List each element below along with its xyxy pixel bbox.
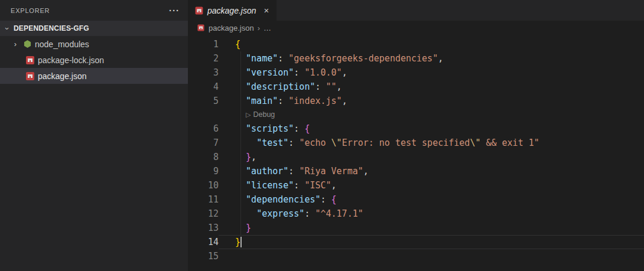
token: : xyxy=(288,166,299,177)
code-text: "version": "1.0.0", xyxy=(219,66,644,80)
code-line[interactable]: 12 "express": "^4.17.1" xyxy=(188,207,644,221)
token: : xyxy=(294,180,304,191)
code-text: { xyxy=(219,37,644,51)
codelens-label[interactable]: Debug xyxy=(253,110,275,119)
code-line[interactable]: 2 "name": "geeksforgeeks-dependencies", xyxy=(188,51,644,66)
line-number: 2 xyxy=(188,51,219,66)
code-line[interactable]: 10 "license": "ISC", xyxy=(188,178,644,192)
token: \" xyxy=(470,138,480,148)
code-text xyxy=(219,249,644,263)
line-number: 10 xyxy=(188,178,219,192)
code-line[interactable]: 8 }, xyxy=(188,150,644,164)
line-number: 11 xyxy=(188,192,219,207)
line-number: 5 xyxy=(188,94,219,108)
code-line[interactable]: 6 "scripts": { xyxy=(188,122,644,136)
token: : xyxy=(315,81,326,92)
explorer-sidebar: EXPLORER ··· › DEPENDENCIES-GFG › node_m… xyxy=(0,0,188,271)
line-number: 15 xyxy=(188,249,219,263)
tree-item-label: package-lock.json xyxy=(38,55,104,65)
close-icon[interactable]: × xyxy=(264,6,269,15)
token: , xyxy=(438,53,443,64)
token: "1.0.0" xyxy=(304,67,341,78)
code-line[interactable]: 1{ xyxy=(188,37,644,51)
tree-item-package-json[interactable]: package.json xyxy=(0,68,188,84)
code-line[interactable]: 14} xyxy=(188,235,644,249)
code-text: } xyxy=(219,235,644,249)
chevron-right-icon: › xyxy=(258,24,260,32)
code-line[interactable]: 15 xyxy=(188,249,644,263)
token: "^4.17.1" xyxy=(315,208,363,219)
token: "dependencies" xyxy=(246,194,320,205)
codelens-row[interactable]: ▷Debug xyxy=(188,108,644,122)
code-text: } xyxy=(219,221,644,235)
breadcrumb-item-tail[interactable]: … xyxy=(264,24,271,32)
npm-icon xyxy=(197,24,204,31)
token: "express" xyxy=(256,208,304,219)
token: \" xyxy=(331,138,342,148)
code-lines: 1{2 "name": "geeksforgeeks-dependencies"… xyxy=(188,37,644,263)
token: "license" xyxy=(246,180,294,191)
tab-bar: package.json × xyxy=(188,0,644,21)
token: , xyxy=(251,152,256,162)
code-text: "name": "geeksforgeeks-dependencies", xyxy=(219,51,644,66)
npm-icon xyxy=(196,6,203,14)
token: { xyxy=(331,194,337,205)
line-number: 12 xyxy=(188,207,219,221)
code-line[interactable]: 11 "dependencies": { xyxy=(188,192,644,207)
token: "description" xyxy=(246,81,315,92)
token: { xyxy=(304,123,310,134)
code-line[interactable]: 7 "test": "echo \"Error: no test specifi… xyxy=(188,136,644,150)
tree-item-node-modules[interactable]: › node_modules xyxy=(0,36,188,52)
token: : xyxy=(321,194,331,205)
token: : xyxy=(294,123,304,134)
token xyxy=(235,138,256,148)
token: : xyxy=(288,138,299,148)
line-number: 9 xyxy=(188,164,219,178)
code-editor[interactable]: 1{2 "name": "geeksforgeeks-dependencies"… xyxy=(188,35,644,263)
token: && exit 1" xyxy=(480,138,539,148)
tree-item-package-lock-json[interactable]: package-lock.json xyxy=(0,52,188,68)
tree-item-label: node_modules xyxy=(35,40,89,49)
code-text: "author": "Riya Verma", xyxy=(219,164,644,178)
token: "ISC" xyxy=(304,180,331,191)
code-line[interactable]: 4 "description": "", xyxy=(188,80,644,94)
token: , xyxy=(337,81,342,92)
token: { xyxy=(235,39,240,50)
token: "echo xyxy=(299,138,331,148)
line-number: 8 xyxy=(188,150,219,164)
token: "scripts" xyxy=(246,123,294,134)
token: , xyxy=(342,96,347,106)
breadcrumb-item-file[interactable]: package.json xyxy=(209,24,254,32)
token: "version" xyxy=(246,67,294,78)
token: } xyxy=(246,223,251,233)
npm-icon xyxy=(26,72,34,80)
token: "test" xyxy=(256,138,288,148)
more-actions-icon[interactable]: ··· xyxy=(169,5,180,15)
token: , xyxy=(342,67,347,78)
code-text: "test": "echo \"Error: no test specified… xyxy=(219,136,644,150)
tab-package-json[interactable]: package.json × xyxy=(188,0,277,21)
code-line[interactable]: 13 } xyxy=(188,221,644,235)
section-header-dependencies-gfg[interactable]: › DEPENDENCIES-GFG xyxy=(0,21,188,36)
token: "index.js" xyxy=(288,96,341,106)
line-number: 1 xyxy=(188,37,219,51)
code-text: "main": "index.js", xyxy=(219,94,644,108)
code-line[interactable]: 3 "version": "1.0.0", xyxy=(188,66,644,80)
editor-area: package.json × package.json › … 1{2 "nam… xyxy=(188,0,644,271)
line-number: 3 xyxy=(188,66,219,80)
chevron-right-icon: › xyxy=(11,40,20,48)
explorer-title: EXPLORER xyxy=(11,7,50,14)
token: , xyxy=(331,180,337,191)
token: Error: no test specified xyxy=(342,138,470,148)
token: "main" xyxy=(246,96,278,106)
token: : xyxy=(304,208,315,219)
code-line[interactable]: 9 "author": "Riya Verma", xyxy=(188,164,644,178)
code-text: }, xyxy=(219,150,644,164)
token: : xyxy=(294,67,304,78)
tab-label: package.json xyxy=(207,6,256,15)
debug-play-icon: ▷ xyxy=(246,111,251,118)
section-label: DEPENDENCIES-GFG xyxy=(14,24,89,32)
code-line[interactable]: 5 "main": "index.js", xyxy=(188,94,644,108)
line-number: 13 xyxy=(188,221,219,235)
text-cursor xyxy=(240,237,242,247)
